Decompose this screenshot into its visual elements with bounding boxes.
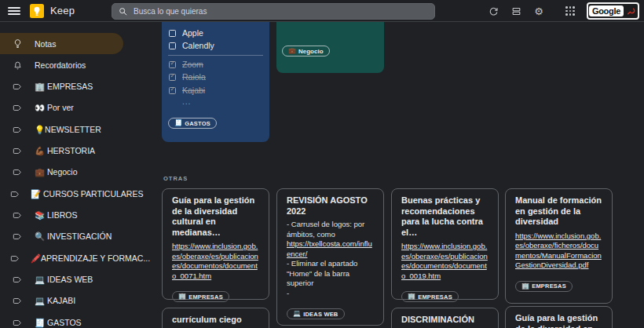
note-card-manual-formacion[interactable]: Manual de formación en gestión de la div…	[505, 188, 613, 304]
main-menu-icon[interactable]	[8, 5, 20, 16]
google-apps-button[interactable]	[562, 4, 578, 18]
list-view-button[interactable]	[508, 4, 524, 18]
note-link[interactable]: https://www.inclusion.gob.es/oberaxe/fic…	[515, 231, 602, 271]
checklist-item-label: Apple	[182, 28, 203, 38]
label-tag-icon	[10, 231, 24, 242]
checkbox-checked[interactable]	[169, 61, 176, 68]
note-card-discriminacion[interactable]: DISCRIMINACIÓN LABORAL	[391, 308, 499, 328]
google-widget-label: Google	[589, 5, 624, 16]
chip-label: EMPRESAS	[418, 293, 452, 301]
sidebar-item-negocio[interactable]: 💼 Negocio	[0, 162, 123, 183]
note-body-line: -	[287, 289, 374, 299]
briefcase-icon: 💼	[288, 48, 296, 54]
sidebar-item-gastos[interactable]: 🧾 GASTOS	[0, 312, 123, 328]
sidebar-item-aprendizaje[interactable]: 🖍️APRENDIZAJE Y FORMAC...	[0, 247, 123, 268]
note-card-revision-agosto[interactable]: REVISIÓN AGOSTO 2022 - Carrusel de logos…	[276, 188, 384, 326]
sidebar-item-label: 💡NEWSLETTER	[35, 125, 101, 135]
sidebar-item-label: 💪🏾 HERSTORIA	[35, 146, 95, 156]
label-tag-icon	[10, 189, 20, 199]
label-chip-empresas[interactable]: 🏢 EMPRESAS	[172, 291, 229, 302]
checklist-item: Apple	[168, 27, 263, 38]
sidebar-item-label: 📚 LIBROS	[35, 210, 78, 220]
receipt-icon: 🧾	[174, 120, 182, 126]
sidebar-item-libros[interactable]: 📚 LIBROS	[0, 205, 123, 226]
label-tag-icon	[10, 253, 20, 264]
note-title: Guía para la gestión de la diversidad cu…	[172, 195, 259, 238]
note-title: REVISIÓN AGOSTO 2022	[287, 195, 374, 217]
note-body-line: - Eliminar el apartado "Home" de la barr…	[287, 259, 374, 289]
sidebar-item-cursos-particulares[interactable]: 📝 CURSOS PARTICULARES	[0, 183, 123, 204]
label-chip-gastos[interactable]: 🧾 GASTOS	[168, 118, 217, 129]
refresh-button[interactable]	[485, 4, 501, 18]
note-link[interactable]: https://txellcosta.com/influencer/	[287, 239, 374, 259]
checkbox-unchecked[interactable]	[169, 30, 176, 37]
sidebar-item-por-ver[interactable]: 👀 Por ver	[0, 97, 123, 118]
checklist-more-indicator: ...	[182, 97, 191, 106]
chip-label: EMPRESAS	[188, 293, 223, 301]
section-label-otras: OTRAS	[163, 175, 188, 182]
chip-label: IDEAS WEB	[303, 311, 338, 318]
checklist-item: Raiola	[168, 71, 263, 82]
label-tag-icon	[10, 296, 24, 306]
search-input[interactable]	[134, 7, 428, 16]
bell-icon	[10, 60, 24, 71]
note-link[interactable]: https://www.inclusion.gob.es/oberaxe/es/…	[172, 242, 259, 281]
note-link[interactable]: https://www.inclusion.gob.es/oberaxe/es/…	[401, 242, 488, 281]
search-bar[interactable]	[112, 3, 435, 20]
checkbox-checked[interactable]	[169, 87, 176, 94]
sidebar-item-herstoria[interactable]: 💪🏾 HERSTORIA	[0, 140, 123, 162]
label-chip-empresas[interactable]: 🏢 EMPRESAS	[401, 291, 459, 302]
sidebar-item-label: 📝 CURSOS PARTICULARES	[31, 189, 143, 199]
label-tag-icon	[10, 103, 24, 113]
note-title: Manual de formación en gestión de la div…	[515, 195, 602, 228]
checkbox-unchecked[interactable]	[169, 42, 176, 49]
google-extension-widget[interactable]: Google	[587, 2, 639, 20]
sidebar-item-label: Notas	[35, 39, 56, 49]
checkbox-checked[interactable]	[169, 74, 176, 81]
sidebar-item-ideas-web[interactable]: 💻 IDEAS WEB	[0, 269, 123, 290]
apps-grid-icon	[565, 6, 575, 16]
refresh-icon	[488, 6, 499, 16]
laptop-icon: 💻	[293, 311, 301, 317]
label-chip-negocio[interactable]: 💼 Negocio	[282, 46, 330, 56]
sidebar-item-label: 💻 KAJABI	[35, 296, 75, 306]
sidebar-item-investigacion[interactable]: 🔍 INVESTIGACIÓN	[0, 226, 123, 247]
building-icon: 🏢	[178, 293, 186, 300]
note-negocio[interactable]: 💼 Negocio	[276, 22, 384, 73]
sidebar-item-recordatorios[interactable]: Recordatorios	[0, 54, 123, 75]
label-tag-icon	[10, 82, 24, 92]
sidebar-item-kajabi[interactable]: 💻 KAJABI	[0, 290, 123, 312]
checklist-item-label: Calendly	[182, 41, 214, 50]
sidebar-item-label: 👀 Por ver	[35, 103, 74, 113]
chip-label: Negocio	[298, 48, 324, 55]
top-bar: Keep ⚙	[0, 0, 644, 22]
settings-button[interactable]: ⚙	[531, 4, 547, 18]
note-checklist-gastos[interactable]: Apple Calendly Zoom Raiola Kajabi ...	[162, 22, 269, 142]
checklist-item-label: Zoom	[182, 60, 203, 69]
sidebar: Notas Recordatorios 🏢 EMPRESAS	[0, 23, 157, 328]
sidebar-item-newsletter[interactable]: 💡NEWSLETTER	[0, 118, 123, 140]
note-label-chip-wrap: 🧾 GASTOS	[168, 114, 217, 129]
app-title: Keep	[50, 5, 75, 16]
sidebar-item-label: 🧾 GASTOS	[35, 318, 82, 328]
note-card-curriculum-ciego[interactable]: currículum ciego	[162, 308, 269, 328]
lightbulb-icon	[10, 38, 24, 49]
note-card-guia-diversidad-cultural[interactable]: Guía para la gestión de la diversidad cu…	[162, 188, 269, 300]
checklist-divider	[168, 55, 263, 56]
sidebar-item-label: 💻 IDEAS WEB	[35, 275, 93, 285]
note-card-buenas-practicas[interactable]: Buenas prácticas y recomendaciones para …	[391, 188, 499, 300]
building-icon: 🏢	[408, 293, 415, 300]
sidebar-item-notas[interactable]: Notas	[0, 33, 123, 54]
sidebar-item-label: 🔍 INVESTIGACIÓN	[35, 231, 112, 242]
note-label-chip-wrap: 💼 Negocio	[282, 42, 330, 56]
sidebar-item-label: Recordatorios	[35, 60, 86, 70]
sidebar-item-empresas[interactable]: 🏢 EMPRESAS	[0, 76, 123, 97]
gear-icon: ⚙	[534, 6, 543, 16]
building-icon: 🏢	[521, 283, 529, 290]
note-card-guia-diversidad-entornos[interactable]: Guía para la gestión de la diversidad en…	[505, 306, 613, 328]
checklist-item-label: Kajabi	[182, 86, 205, 95]
label-chip-ideas-web[interactable]: 💻 IDEAS WEB	[287, 308, 345, 319]
label-tag-icon	[10, 167, 24, 177]
checklist-item-label: Raiola	[182, 72, 206, 82]
label-chip-empresas[interactable]: 🏢 EMPRESAS	[515, 281, 573, 292]
